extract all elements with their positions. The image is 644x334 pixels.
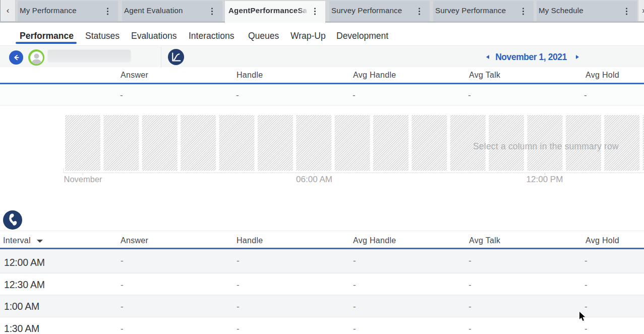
svg-text:06:00 AM: 06:00 AM <box>296 175 332 184</box>
svg-text:November: November <box>64 175 103 184</box>
svg-text:12:00 PM: 12:00 PM <box>526 175 563 184</box>
